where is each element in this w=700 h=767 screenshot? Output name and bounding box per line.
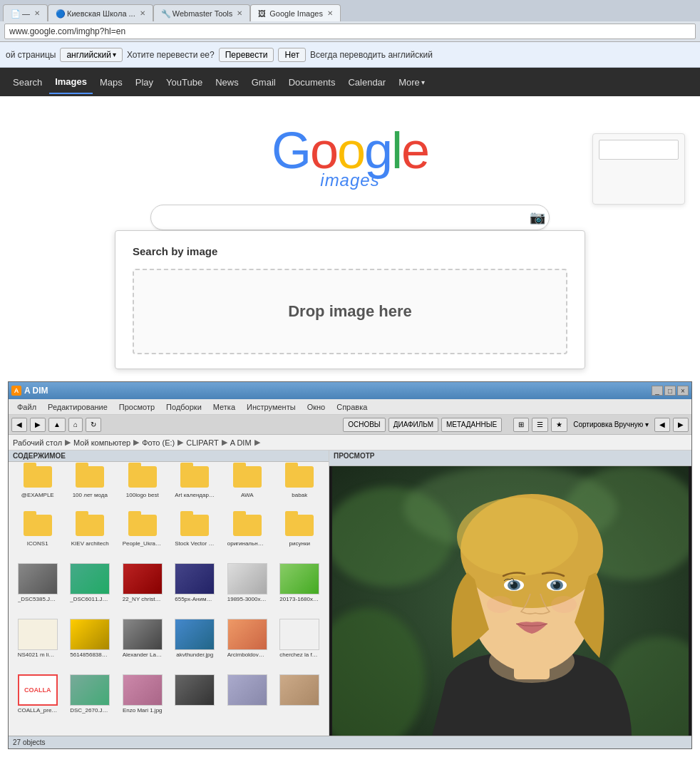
nav-documents[interactable]: Documents [283, 71, 341, 93]
nav-more[interactable]: More [393, 71, 431, 93]
tab-close-1[interactable]: ✕ [34, 9, 40, 17]
camera-search-button[interactable]: 📷 [530, 210, 545, 225]
menu-file[interactable]: Файл [11, 401, 42, 413]
list-item[interactable]: 20173-1680x1950 _root.jpg [275, 563, 325, 616]
list-item[interactable]: babak [275, 466, 325, 512]
list-item[interactable]: 100 лет мода [66, 466, 115, 512]
nav-images[interactable]: Images [49, 71, 93, 94]
list-item[interactable]: KIEV architech [66, 515, 115, 560]
nav-maps[interactable]: Maps [94, 71, 128, 93]
adim-statusbar: 27 objects [9, 736, 691, 748]
content-panel-header: СОДЕРЖИМОЕ [9, 451, 329, 462]
address-bar-input[interactable] [4, 24, 696, 39]
nav-youtube[interactable]: YouTube [160, 71, 208, 93]
no-translate-button[interactable]: Нет [278, 48, 305, 62]
list-item[interactable]: DSC_2670.JPG [66, 674, 115, 727]
list-item[interactable] [222, 674, 272, 727]
menu-window[interactable]: Окно [302, 401, 331, 413]
view-grid-btn[interactable]: ⊞ [513, 418, 529, 432]
path-clipart[interactable]: CLIPART [186, 438, 218, 447]
list-item[interactable]: 655px-Анимацион ая фо...мация.jpg [170, 563, 220, 616]
drop-zone-text: Drop image here [288, 302, 412, 321]
list-item[interactable]: Enzo Mari 1.jpg [118, 674, 168, 727]
tab-4[interactable]: 🖼 Google Images ✕ [250, 4, 341, 21]
toolbar-btn-2[interactable]: ▶ [30, 418, 46, 432]
nav-calendar[interactable]: Calendar [342, 71, 391, 93]
list-item[interactable]: ICONS1 [13, 515, 63, 560]
toolbar-star[interactable]: ★ [551, 418, 567, 432]
list-item[interactable] [170, 674, 220, 727]
nav-search[interactable]: Search [7, 71, 48, 93]
google-images-subtitle: images [320, 170, 379, 190]
toolbar-prev[interactable]: ◀ [654, 418, 670, 432]
list-item[interactable]: NS4021 m line.jpg [13, 619, 63, 671]
google-logo: Google [272, 125, 428, 176]
view-list-btn[interactable]: ☰ [532, 418, 548, 432]
list-item[interactable]: People_Ukraine [118, 515, 168, 560]
toolbar-btn-home[interactable]: ⌂ [68, 418, 83, 432]
toolbar-btn-refresh[interactable]: ↻ [86, 418, 101, 432]
list-item[interactable]: COALLA COALLA_present n ortfale.pdf [13, 674, 63, 727]
list-item[interactable]: Stock Vector - Ban ner & Wa...ments 5 [170, 515, 220, 560]
list-item[interactable]: cherchez la femme /_root..._krasob.jpg [275, 619, 325, 671]
nav-play[interactable]: Play [130, 71, 159, 93]
list-item[interactable]: Alexander Lavimo Manga...2011.jpg [118, 619, 168, 671]
minimize-button[interactable]: _ [652, 386, 663, 396]
list-item[interactable]: 22_NY christmas J ane fleck.gif [118, 563, 168, 616]
address-bar-row [0, 21, 700, 41]
drop-zone[interactable]: Drop image here [133, 269, 567, 354]
search-input[interactable] [150, 205, 550, 230]
toolbar-btn-1[interactable]: ◀ [11, 418, 27, 432]
page-icon: 📄 [11, 9, 19, 18]
list-item[interactable]: Art календарь и р альрея [170, 466, 220, 512]
tab-close-2[interactable]: ✕ [140, 9, 145, 17]
close-button[interactable]: × [677, 386, 689, 396]
thumbnail-grid[interactable]: @EXAMPLE 100 лет мода 100logo best Art к… [9, 462, 329, 731]
tab-2[interactable]: 🔵 Киевская Школа ... ✕ [48, 4, 153, 21]
translate-prompt: Хотите перевести ее? [127, 50, 215, 60]
maximize-button[interactable]: □ [664, 386, 676, 396]
list-item[interactable]: рисунки [275, 515, 325, 560]
list-item[interactable]: _DSC6011.JPG [66, 563, 115, 616]
toolbar-btn-up[interactable]: ▲ [48, 418, 66, 432]
tab-diafilm[interactable]: ДИАФИЛЬМ [388, 418, 438, 432]
list-item[interactable]: 100logo best [118, 466, 168, 512]
window-controls: _ □ × [652, 386, 689, 396]
list-item[interactable]: akvthunder.jpg [170, 619, 220, 671]
adim-right-panel: ПРОСМОТР [329, 451, 691, 736]
menu-tools[interactable]: Инструменты [241, 401, 302, 413]
menu-view[interactable]: Просмотр [113, 401, 160, 413]
list-item[interactable]: 19895-3000x2000 _root.jpg [222, 563, 272, 616]
toolbar-next[interactable]: ▶ [673, 418, 689, 432]
tab-1[interactable]: 📄 — ✕ [3, 4, 48, 21]
nav-gmail[interactable]: Gmail [246, 71, 282, 93]
path-photo[interactable]: Фото (E:) [142, 438, 175, 447]
nav-news[interactable]: News [210, 71, 245, 93]
adim-app-icon: A [11, 386, 21, 396]
menu-label[interactable]: Метка [207, 401, 241, 413]
path-desktop[interactable]: Рабочий стол [13, 438, 62, 447]
path-adim[interactable]: A DIM [230, 438, 252, 447]
tab-close-4[interactable]: ✕ [327, 9, 333, 17]
svg-point-18 [553, 582, 556, 585]
tab-3[interactable]: 🔧 Webmaster Tools ✕ [153, 4, 251, 21]
list-item[interactable]: AWA [222, 466, 272, 512]
tab-osnovy[interactable]: ОСНОВЫ [343, 418, 386, 432]
path-mycomputer[interactable]: Мой компьютер [73, 438, 130, 447]
adim-path-bar: Рабочий стол ▶ Мой компьютер ▶ Фото (E:)… [9, 435, 691, 451]
page-language-button[interactable]: английский [60, 48, 122, 62]
adim-title: A A DIM [11, 386, 48, 396]
adim-titlebar: A A DIM _ □ × [9, 382, 691, 399]
translate-button[interactable]: Перевести [219, 48, 274, 62]
list-item[interactable]: _DSC5385.JPG [13, 563, 63, 616]
tab-metadata[interactable]: МЕТАДАННЫЕ [441, 418, 502, 432]
menu-edit[interactable]: Редактирование [42, 401, 113, 413]
menu-collections[interactable]: Подборки [160, 401, 207, 413]
tab-close-3[interactable]: ✕ [237, 9, 242, 17]
list-item[interactable]: оригинальные вошли [222, 515, 272, 560]
list-item[interactable] [275, 674, 325, 727]
list-item[interactable]: 5614856838_3d5674 ddc5_z.jpg [66, 619, 115, 671]
menu-help[interactable]: Справка [331, 401, 373, 413]
list-item[interactable]: Arcimboldovarten ruz.jpg [222, 619, 272, 671]
list-item[interactable]: @EXAMPLE [13, 466, 63, 512]
